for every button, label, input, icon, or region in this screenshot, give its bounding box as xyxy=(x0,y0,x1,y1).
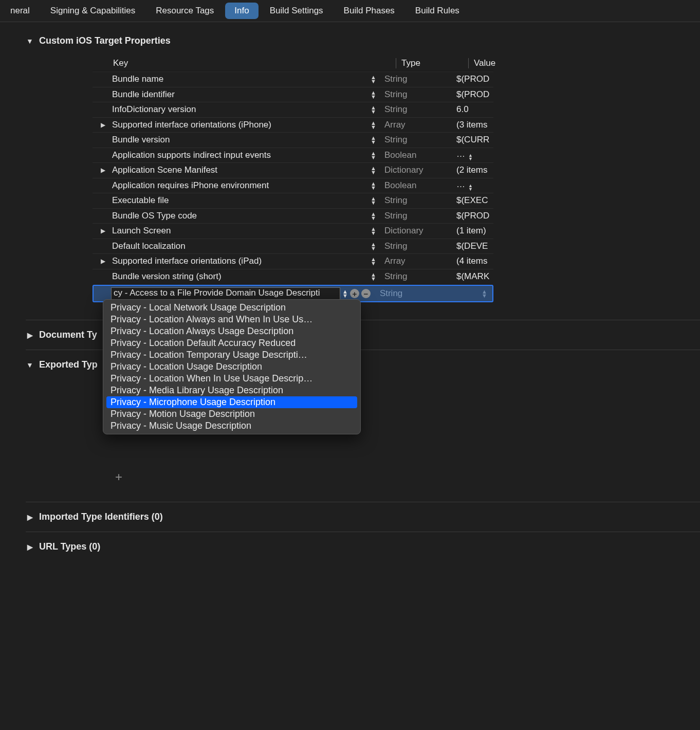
column-key[interactable]: Key xyxy=(93,58,396,68)
key-stepper-icon[interactable]: ▲▼ xyxy=(371,272,376,281)
key-label: Bundle version xyxy=(112,135,170,145)
type-label: String xyxy=(379,135,451,145)
type-label: String xyxy=(379,104,451,115)
plist-row[interactable]: Bundle identifier▲▼String$(PROD xyxy=(93,87,493,102)
value-label: $(PROD xyxy=(451,211,493,221)
plist-row[interactable]: InfoDictionary version▲▼String6.0 xyxy=(93,102,493,117)
chevron-right-icon: ▶ xyxy=(26,543,34,551)
key-input[interactable]: cy - Access to a File Provide Domain Usa… xyxy=(111,287,340,300)
chevron-right-icon[interactable]: ▶ xyxy=(97,121,109,129)
key-label: Supported interface orientations (iPhone… xyxy=(112,120,271,130)
key-stepper-icon[interactable]: ▲▼ xyxy=(371,257,376,265)
type-stepper-icon[interactable]: ▲▼ xyxy=(482,289,487,298)
value-label: (1 item) xyxy=(451,226,493,236)
chevron-right-icon[interactable]: ▶ xyxy=(97,167,109,174)
type-label: Array xyxy=(379,120,451,130)
plist-row[interactable]: ▶Application Scene Manifest▲▼Dictionary(… xyxy=(93,162,493,178)
value-label: $(PROD xyxy=(451,89,493,100)
key-label: Executable file xyxy=(112,195,169,206)
column-type[interactable]: Type xyxy=(396,58,468,68)
dropdown-item[interactable]: Privacy - Media Library Usage Descriptio… xyxy=(103,385,360,396)
key-stepper-icon[interactable]: ▲▼ xyxy=(371,181,376,190)
tab-build-rules[interactable]: Build Rules xyxy=(406,3,469,19)
key-label: InfoDictionary version xyxy=(112,104,196,115)
key-stepper-icon[interactable]: ▲▼ xyxy=(371,227,376,235)
key-stepper-icon[interactable]: ▲▼ xyxy=(371,136,376,144)
type-label: Boolean xyxy=(379,150,451,160)
plist-row[interactable]: Application requires iPhone environment▲… xyxy=(93,178,493,193)
add-button[interactable]: + xyxy=(115,470,700,484)
tab-bar: neral Signing & Capabilities Resource Ta… xyxy=(0,0,700,22)
type-label: Dictionary xyxy=(379,165,451,175)
tab-signing-capabilities[interactable]: Signing & Capabilities xyxy=(41,3,144,19)
tab-general[interactable]: neral xyxy=(1,3,39,19)
key-stepper-icon[interactable]: ▲▼ xyxy=(371,151,376,159)
dropdown-item[interactable]: Privacy - Location Always and When In Us… xyxy=(103,314,360,325)
chevron-right-icon: ▶ xyxy=(26,513,34,521)
plist-header: Key Type Value xyxy=(93,56,493,71)
tab-build-phases[interactable]: Build Phases xyxy=(335,3,404,19)
tab-resource-tags[interactable]: Resource Tags xyxy=(146,3,223,19)
key-stepper-icon[interactable]: ▲▼ xyxy=(371,166,376,174)
column-value[interactable]: Value xyxy=(468,58,495,68)
dropdown-item[interactable]: Privacy - Location Default Accuracy Redu… xyxy=(103,337,360,349)
key-stepper-icon[interactable]: ▲▼ xyxy=(371,212,376,220)
key-stepper-icon[interactable]: ▲▼ xyxy=(371,90,376,99)
key-label: Launch Screen xyxy=(112,226,171,236)
key-stepper-icon[interactable]: ▲▼ xyxy=(371,105,376,114)
dropdown-item[interactable]: Privacy - Location Usage Description xyxy=(103,361,360,373)
plist-row[interactable]: Application supports indirect input even… xyxy=(93,148,493,163)
section-imported-type-identifiers[interactable]: ▶ Imported Type Identifiers (0) xyxy=(26,502,700,532)
dropdown-item[interactable]: Privacy - Music Usage Description xyxy=(103,420,360,432)
key-label: Default localization xyxy=(112,241,186,251)
section-label: URL Types (0) xyxy=(39,541,100,552)
dropdown-item[interactable]: Privacy - Microphone Usage Description xyxy=(106,396,357,408)
section-title: Custom iOS Target Properties xyxy=(39,35,171,46)
key-autocomplete-dropdown[interactable]: Privacy - Local Network Usage Descriptio… xyxy=(103,299,361,434)
key-label: Bundle OS Type code xyxy=(112,211,197,221)
dropdown-item[interactable]: Privacy - Location When In Use Usage Des… xyxy=(103,373,360,385)
plist-row[interactable]: Default localization▲▼String$(DEVE xyxy=(93,239,493,254)
type-label: Array xyxy=(379,256,451,266)
plist-row[interactable]: Bundle name▲▼String$(PROD xyxy=(93,71,493,87)
key-stepper-icon[interactable]: ▲▼ xyxy=(371,75,376,83)
section-url-types[interactable]: ▶ URL Types (0) xyxy=(26,532,700,561)
value-label: …▲▼ xyxy=(451,179,493,191)
key-stepper-icon[interactable]: ▲▼ xyxy=(371,196,376,205)
plist-row[interactable]: Bundle OS Type code▲▼String$(PROD xyxy=(93,208,493,224)
key-stepper-icon[interactable]: ▲▼ xyxy=(342,289,348,298)
tab-build-settings[interactable]: Build Settings xyxy=(261,3,333,19)
type-label[interactable]: String xyxy=(380,288,482,299)
section-label: Imported Type Identifiers (0) xyxy=(39,512,163,522)
chevron-down-icon: ▼ xyxy=(26,37,34,45)
dropdown-item[interactable]: Privacy - Location Temporary Usage Descr… xyxy=(103,349,360,361)
type-label: String xyxy=(379,195,451,206)
value-stepper-icon[interactable]: ▲▼ xyxy=(468,154,473,161)
type-label: String xyxy=(379,74,451,84)
plist-row[interactable]: ▶Supported interface orientations (iPad)… xyxy=(93,253,493,269)
dropdown-item[interactable]: Privacy - Location Always Usage Descript… xyxy=(103,325,360,337)
type-label: Dictionary xyxy=(379,226,451,236)
value-label: $(CURR xyxy=(451,135,493,145)
plist-row[interactable]: Executable file▲▼String$(EXEC xyxy=(93,193,493,208)
plist-row[interactable]: Bundle version string (short)▲▼String$(M… xyxy=(93,269,493,284)
key-label: Bundle version string (short) xyxy=(112,271,222,282)
value-label: $(PROD xyxy=(451,74,493,84)
chevron-right-icon[interactable]: ▶ xyxy=(97,227,109,234)
type-label: String xyxy=(379,89,451,100)
section-custom-ios-target-properties[interactable]: ▼ Custom iOS Target Properties xyxy=(26,35,700,46)
key-label: Application requires iPhone environment xyxy=(112,180,269,191)
key-stepper-icon[interactable]: ▲▼ xyxy=(371,242,376,250)
section-label: Document Ty xyxy=(39,330,97,340)
plist-row[interactable]: ▶Launch Screen▲▼Dictionary(1 item) xyxy=(93,223,493,239)
dropdown-item[interactable]: Privacy - Local Network Usage Descriptio… xyxy=(103,302,360,314)
value-stepper-icon[interactable]: ▲▼ xyxy=(468,184,473,191)
add-row-icon[interactable]: + xyxy=(350,289,359,298)
plist-row[interactable]: ▶Supported interface orientations (iPhon… xyxy=(93,117,493,133)
dropdown-item[interactable]: Privacy - Motion Usage Description xyxy=(103,408,360,420)
tab-info[interactable]: Info xyxy=(225,3,258,19)
plist-row[interactable]: Bundle version▲▼String$(CURR xyxy=(93,132,493,148)
remove-row-icon[interactable]: − xyxy=(361,289,371,298)
key-stepper-icon[interactable]: ▲▼ xyxy=(371,121,376,129)
chevron-right-icon[interactable]: ▶ xyxy=(97,258,109,265)
